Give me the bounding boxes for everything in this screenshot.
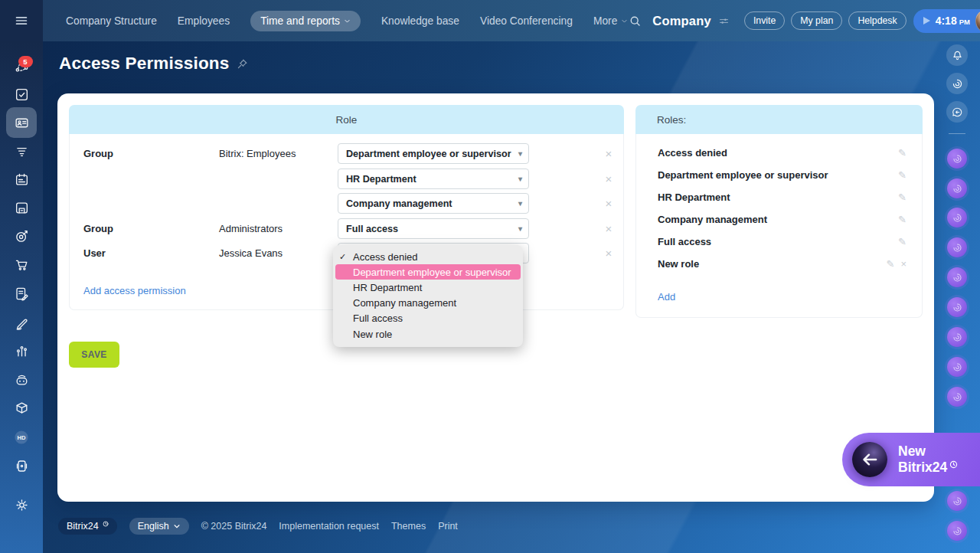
edit-pencil-icon[interactable]: ✎ [898, 191, 906, 203]
role-name: Access denied [658, 147, 727, 159]
remove-permission-button[interactable]: × [602, 243, 616, 263]
remove-permission-button[interactable]: × [602, 193, 616, 214]
dropdown-option[interactable]: Company management [333, 296, 523, 311]
banner-text: New Bitrix24 [898, 443, 958, 476]
nav-item-employees[interactable]: Employees [178, 15, 230, 27]
sidebar-item-tasks[interactable] [6, 79, 37, 110]
sidebar-item-messenger[interactable]: 5 [6, 51, 37, 81]
roles-list-item: Department employee or supervisor✎ [658, 164, 906, 186]
rail-copilot-button[interactable] [947, 178, 967, 198]
copilot-icon [952, 153, 963, 165]
dropdown-option[interactable]: ✓Access denied [333, 249, 523, 264]
dropdown-option[interactable]: Full access [333, 311, 523, 326]
copilot-icon [952, 212, 963, 224]
sidebar-item-hr-card[interactable] [6, 107, 37, 138]
rail-copilot-button[interactable] [947, 297, 967, 317]
language-selector[interactable]: English [129, 518, 189, 535]
rail-chat-arrow-button[interactable] [946, 101, 968, 123]
edit-pencil-icon[interactable]: ✎ [887, 258, 895, 270]
delete-role-icon[interactable]: × [900, 258, 906, 270]
rail-copilot-button[interactable] [947, 149, 967, 169]
portal-settings-icon[interactable] [718, 15, 730, 27]
dropdown-option[interactable]: New role [333, 326, 523, 342]
drive-icon [14, 200, 30, 216]
dropdown-option-label: Company management [353, 297, 456, 309]
role-name: HR Department [658, 191, 730, 203]
sidebar-item-settings-gear[interactable] [6, 489, 37, 520]
footer-link-themes[interactable]: Themes [391, 521, 426, 532]
nav-item-time-and-reports[interactable]: Time and reports [250, 11, 361, 31]
edit-pencil-icon[interactable]: ✎ [898, 169, 906, 181]
sidebar-item-ai-assistant[interactable] [6, 365, 37, 395]
sidebar-item-drive[interactable] [6, 192, 37, 223]
dropdown-option[interactable]: Department employee or supervisor [335, 264, 521, 280]
portal-name[interactable]: Company [652, 14, 711, 28]
nav-item-video-conferencing[interactable]: Video Conferencing [480, 15, 573, 27]
user-avatar[interactable] [975, 9, 980, 33]
sidebar-item-marketing-target[interactable] [6, 221, 37, 251]
rail-copilot-button[interactable] [947, 357, 967, 377]
sidebar-item-crm-funnel[interactable] [6, 136, 37, 166]
pin-icon[interactable] [236, 57, 249, 70]
sidebar-item-mobile-device[interactable] [6, 450, 37, 481]
roles-list-item: Company management✎ [658, 208, 906, 231]
rail-copilot-button[interactable] [947, 208, 967, 227]
role-name: Company management [658, 214, 767, 225]
rail-copilot-button[interactable] [947, 267, 967, 287]
add-role-link[interactable]: Add [658, 291, 675, 303]
nav-item-more[interactable]: More [593, 15, 628, 27]
my-plan-button[interactable]: My plan [791, 11, 842, 30]
roles-panel-body: Access denied✎Department employee or sup… [635, 134, 923, 318]
edit-pencil-icon[interactable]: ✎ [898, 214, 906, 225]
search-icon[interactable] [628, 14, 642, 28]
rail-notifications-bell-button[interactable] [946, 44, 968, 66]
time-tracker-button[interactable]: 4:18 PM [913, 9, 980, 33]
rail-copilot-button[interactable] [947, 237, 967, 257]
remove-permission-button[interactable]: × [602, 169, 616, 189]
remove-permission-button[interactable]: × [602, 143, 616, 164]
footer-link-implementation-request[interactable]: Implementation request [279, 521, 379, 532]
copilot-icon [952, 332, 963, 343]
role-select-value: Full access [346, 224, 398, 234]
caret-down-icon: ▾ [518, 199, 522, 208]
rail-copilot-button[interactable] [947, 387, 967, 407]
roles-list-item: New role✎× [658, 253, 906, 275]
subject-name: Bitrix: Employees [219, 143, 296, 164]
edit-pencil-icon[interactable]: ✎ [898, 147, 906, 159]
rail-copilot-button[interactable] [947, 521, 967, 541]
helpdesk-button[interactable]: Helpdesk [848, 11, 906, 30]
invite-button[interactable]: Invite [744, 11, 785, 30]
role-select[interactable]: HR Department▾ [338, 169, 529, 189]
edit-pencil-icon[interactable]: ✎ [898, 236, 906, 247]
role-select[interactable]: Company management▾ [338, 193, 529, 214]
dropdown-option-label: HR Department [353, 282, 422, 293]
remove-permission-button[interactable]: × [602, 218, 616, 239]
sidebar-item-calendar[interactable] [6, 164, 37, 195]
svg-text:HD: HD [18, 434, 26, 441]
sales-cart-icon [14, 257, 30, 273]
roles-list-item: HR Department✎ [658, 186, 906, 208]
nav-item-knowledge-base[interactable]: Knowledge base [381, 15, 459, 27]
sidebar-item-hd-video[interactable]: HD [6, 422, 37, 453]
sidebar-item-bi-analytics[interactable] [6, 336, 37, 367]
sidebar-item-market-apps[interactable] [6, 393, 37, 424]
arrow-left-icon [860, 450, 880, 470]
menu-burger-button[interactable] [0, 0, 43, 41]
footer-link-print[interactable]: Print [438, 521, 458, 532]
nav-item-company-structure[interactable]: Company Structure [66, 15, 157, 27]
rail-copilot-button[interactable] [947, 327, 967, 347]
save-button[interactable]: SAVE [69, 342, 119, 368]
dropdown-option[interactable]: HR Department [333, 280, 523, 295]
sidebar-item-sales-cart[interactable] [6, 249, 37, 280]
role-select[interactable]: Department employee or supervisor▾ [338, 143, 529, 164]
footer-brand-button[interactable]: Bitrix24 [58, 518, 117, 535]
sidebar-item-e-signature-pen[interactable] [6, 307, 37, 338]
new-bitrix24-banner[interactable]: New Bitrix24 [842, 433, 980, 486]
role-select[interactable]: Full access▾ [338, 218, 529, 239]
language-label: English [138, 521, 169, 532]
add-access-permission-link[interactable]: Add access permission [83, 285, 186, 296]
topbar-nav: Company StructureEmployeesTime and repor… [66, 11, 628, 31]
sidebar-item-sign-document[interactable] [6, 278, 37, 309]
rail-copilot-button[interactable] [946, 73, 968, 94]
rail-copilot-button[interactable] [947, 491, 967, 511]
